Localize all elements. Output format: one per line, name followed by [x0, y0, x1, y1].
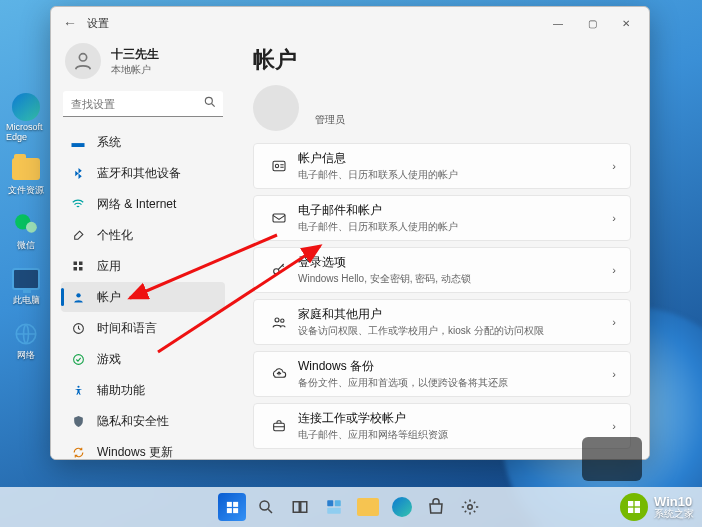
backup-icon	[266, 366, 292, 382]
taskbar-widgets-icon[interactable]	[320, 493, 348, 521]
nav-list: ▬ 系统 蓝牙和其他设备 网络 & Internet	[61, 127, 225, 459]
desktop-icon-label: 网络	[17, 349, 35, 362]
card-subtitle: 电子邮件、应用和网络等组织资源	[298, 428, 612, 442]
card-subtitle: 设备访问权限、工作或学校用户，kiosk 分配的访问权限	[298, 324, 612, 338]
taskbar-taskview-icon[interactable]	[286, 493, 314, 521]
nav-item-update[interactable]: Windows 更新	[61, 437, 225, 459]
email-icon	[266, 210, 292, 226]
taskbar-explorer[interactable]	[354, 493, 382, 521]
card-family-users[interactable]: 家庭和其他用户设备访问权限、工作或学校用户，kiosk 分配的访问权限 ›	[253, 299, 631, 345]
chevron-right-icon: ›	[612, 212, 616, 224]
svg-rect-23	[233, 501, 238, 506]
nav-item-accounts[interactable]: 帐户	[61, 282, 225, 312]
nav-item-network[interactable]: 网络 & Internet	[61, 189, 225, 219]
update-icon	[69, 446, 87, 459]
nav-label: 帐户	[97, 289, 121, 306]
pc-icon	[12, 268, 40, 290]
nav-item-bluetooth[interactable]: 蓝牙和其他设备	[61, 158, 225, 188]
taskbar-settings-icon[interactable]	[456, 493, 484, 521]
clock-icon	[69, 322, 87, 335]
svg-point-9	[76, 293, 80, 297]
desktop-icon-edge[interactable]: Microsoft Edge	[6, 92, 46, 142]
taskbar-search-icon[interactable]	[252, 493, 280, 521]
card-title: 电子邮件和帐户	[298, 202, 612, 219]
desktop-icon-this-pc[interactable]: 此电脑	[6, 264, 46, 307]
window-content: 十三先生 本地帐户 ▬ 系统	[51, 39, 649, 459]
main-pane: 帐户 管理员 帐户信息电子邮件、日历和联系人使用的帐户 › 电子邮件和帐户电子邮…	[233, 39, 649, 459]
card-signin-options[interactable]: 登录选项Windows Hello, 安全密钥, 密码, 动态锁 ›	[253, 247, 631, 293]
card-account-info[interactable]: 帐户信息电子邮件、日历和联系人使用的帐户 ›	[253, 143, 631, 189]
nav-item-apps[interactable]: 应用	[61, 251, 225, 281]
desktop-icon-network[interactable]: 网络	[6, 319, 46, 362]
nav-label: 蓝牙和其他设备	[97, 165, 181, 182]
svg-point-1	[26, 222, 37, 233]
person-icon	[69, 291, 87, 304]
folder-icon	[12, 158, 40, 180]
maximize-button[interactable]: ▢	[575, 11, 609, 35]
page-title: 帐户	[253, 45, 631, 75]
card-subtitle: 电子邮件、日历和联系人使用的帐户	[298, 168, 612, 182]
nav-item-gaming[interactable]: 游戏	[61, 344, 225, 374]
globe-icon	[11, 319, 41, 349]
system-icon: ▬	[69, 135, 87, 150]
admin-label: 管理员	[315, 113, 345, 127]
card-title: 连接工作或学校帐户	[298, 410, 612, 427]
svg-rect-22	[226, 501, 231, 506]
nav-label: 时间和语言	[97, 320, 157, 337]
watermark-line2: 系统之家	[654, 508, 694, 520]
profile-block[interactable]: 十三先生 本地帐户	[61, 39, 225, 91]
window-title: 设置	[83, 16, 541, 31]
chevron-right-icon: ›	[612, 368, 616, 380]
nav-item-time[interactable]: 时间和语言	[61, 313, 225, 343]
nav-item-system[interactable]: ▬ 系统	[61, 127, 225, 157]
svg-point-3	[79, 54, 86, 61]
wechat-icon	[11, 209, 41, 239]
nav-item-accessibility[interactable]: 辅助功能	[61, 375, 225, 405]
settings-window: ← 设置 ― ▢ ✕ 十三先生 本地帐户	[50, 6, 650, 460]
search-input[interactable]	[63, 91, 223, 117]
account-header: 管理员	[253, 79, 631, 131]
card-email-accounts[interactable]: 电子邮件和帐户电子邮件、日历和联系人使用的帐户 ›	[253, 195, 631, 241]
card-windows-backup[interactable]: Windows 备份备份文件、应用和首选项，以便跨设备将其还原 ›	[253, 351, 631, 397]
taskbar	[0, 487, 702, 527]
back-button[interactable]: ←	[63, 15, 83, 31]
taskbar-store-icon[interactable]	[422, 493, 450, 521]
svg-rect-36	[635, 508, 640, 513]
wifi-icon	[69, 197, 87, 211]
chevron-right-icon: ›	[612, 160, 616, 172]
search-box	[63, 91, 223, 117]
watermark: Win10 系统之家	[620, 493, 694, 521]
minimize-button[interactable]: ―	[541, 11, 575, 35]
taskbar-edge[interactable]	[388, 493, 416, 521]
card-subtitle: 电子邮件、日历和联系人使用的帐户	[298, 220, 612, 234]
titlebar: ← 设置 ― ▢ ✕	[51, 7, 649, 39]
svg-rect-29	[327, 500, 333, 506]
settings-cards: 帐户信息电子邮件、日历和联系人使用的帐户 › 电子邮件和帐户电子邮件、日历和联系…	[253, 143, 631, 449]
search-icon[interactable]	[203, 95, 217, 112]
svg-rect-15	[273, 214, 285, 222]
card-work-school[interactable]: 连接工作或学校帐户电子邮件、应用和网络等组织资源 ›	[253, 403, 631, 449]
chevron-right-icon: ›	[612, 420, 616, 432]
desktop-icon-wechat[interactable]: 微信	[6, 209, 46, 252]
svg-rect-6	[79, 262, 83, 266]
window-controls: ― ▢ ✕	[541, 11, 643, 35]
accessibility-icon	[69, 384, 87, 397]
nav-label: 系统	[97, 134, 121, 151]
desktop: Microsoft Edge 文件资源 微信 此电脑 网络 ← 设置	[0, 0, 702, 527]
card-title: 家庭和其他用户	[298, 306, 612, 323]
watermark-line1: Win10	[654, 495, 694, 508]
bluetooth-icon	[69, 167, 87, 180]
svg-rect-24	[226, 508, 231, 513]
start-button[interactable]	[218, 493, 246, 521]
nav-item-privacy[interactable]: 隐私和安全性	[61, 406, 225, 436]
avatar-icon	[65, 43, 101, 79]
watermark-backdrop	[582, 437, 642, 481]
nav-item-personalize[interactable]: 个性化	[61, 220, 225, 250]
chevron-right-icon: ›	[612, 316, 616, 328]
desktop-icon-folder[interactable]: 文件资源	[6, 154, 46, 197]
desktop-icon-label: 此电脑	[13, 294, 40, 307]
svg-rect-35	[628, 508, 633, 513]
desktop-icon-column: Microsoft Edge 文件资源 微信 此电脑 网络	[6, 92, 46, 362]
svg-point-11	[73, 354, 83, 364]
close-button[interactable]: ✕	[609, 11, 643, 35]
